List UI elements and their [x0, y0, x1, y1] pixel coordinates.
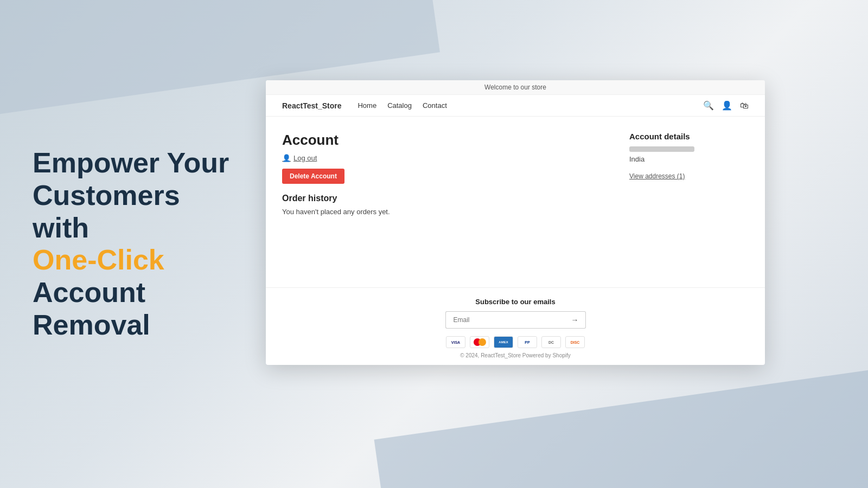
mastercard-icon	[470, 336, 489, 348]
store-main: Account 👤 Log out Delete Account Order h…	[266, 117, 765, 287]
order-history-title: Order history	[282, 194, 629, 203]
view-addresses-link[interactable]: View addresses (1)	[629, 172, 685, 180]
cart-icon[interactable]: 🛍	[740, 101, 749, 111]
store-window: Welcome to our store ReactTest_Store Hom…	[266, 80, 765, 365]
store-nav: Home Catalog Contact	[358, 101, 703, 110]
account-title: Account	[282, 132, 629, 149]
footer-subscribe: Subscribe to our emails → VISA AMEX PP D…	[266, 287, 765, 365]
diners-icon: DC	[541, 336, 561, 348]
account-email-blurred	[629, 146, 694, 152]
logout-link[interactable]: 👤 Log out	[282, 154, 629, 162]
promo-heading: Empower Your Customers with One-Click Ac…	[33, 147, 239, 342]
subscribe-title: Subscribe to our emails	[282, 298, 749, 306]
nav-home[interactable]: Home	[358, 101, 376, 110]
logout-label: Log out	[293, 154, 317, 162]
email-input[interactable]	[445, 311, 565, 329]
visa-icon: VISA	[446, 336, 465, 348]
search-icon[interactable]: 🔍	[703, 100, 714, 111]
announcement-text: Welcome to our store	[484, 84, 546, 91]
account-country: India	[629, 155, 749, 163]
discover-icon: DISC	[565, 336, 585, 348]
email-submit-button[interactable]: →	[565, 311, 586, 329]
header-icons: 🔍 👤 🛍	[703, 100, 749, 111]
store-header: ReactTest_Store Home Catalog Contact 🔍 👤…	[266, 95, 765, 117]
store-logo: ReactTest_Store	[282, 101, 341, 110]
footer-copy: © 2024, ReactTest_Store Powered by Shopi…	[282, 352, 749, 358]
paypal-icon: PP	[518, 336, 537, 348]
announcement-bar: Welcome to our store	[266, 80, 765, 95]
account-details-title: Account details	[629, 132, 749, 141]
no-orders-text: You haven't placed any orders yet.	[282, 208, 629, 216]
delete-account-button[interactable]: Delete Account	[282, 169, 344, 184]
main-right: Account details India View addresses (1)	[629, 132, 749, 277]
user-icon: 👤	[282, 154, 291, 162]
promo-section: Empower Your Customers with One-Click Ac…	[33, 147, 239, 342]
account-icon[interactable]: 👤	[722, 100, 732, 111]
nav-catalog[interactable]: Catalog	[387, 101, 412, 110]
nav-contact[interactable]: Contact	[423, 101, 447, 110]
subscribe-form: →	[282, 311, 749, 329]
amex-icon: AMEX	[494, 336, 513, 348]
main-left: Account 👤 Log out Delete Account Order h…	[282, 132, 629, 277]
payment-icons: VISA AMEX PP DC DISC	[282, 336, 749, 348]
